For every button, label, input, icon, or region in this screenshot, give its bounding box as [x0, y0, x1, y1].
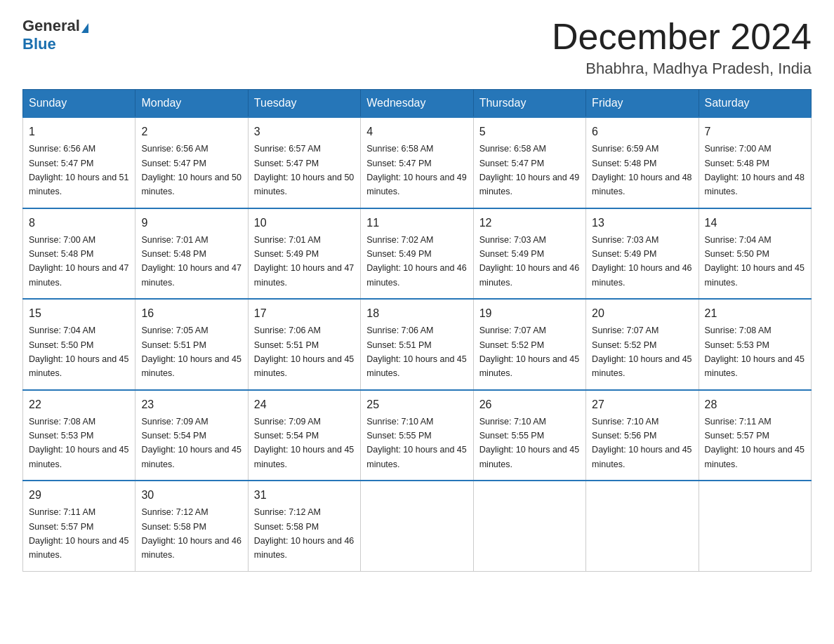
day-info: Sunrise: 6:59 AMSunset: 5:48 PMDaylight:… [592, 144, 691, 196]
calendar-body: 1Sunrise: 6:56 AMSunset: 5:47 PMDaylight… [23, 117, 812, 571]
calendar-title: December 2024 [552, 17, 812, 57]
logo-triangle-icon [81, 23, 88, 33]
day-info: Sunrise: 7:09 AMSunset: 5:54 PMDaylight:… [141, 417, 241, 469]
calendar-week-1: 1Sunrise: 6:56 AMSunset: 5:47 PMDaylight… [23, 117, 812, 208]
day-number: 4 [366, 123, 467, 140]
day-info: Sunrise: 7:09 AMSunset: 5:54 PMDaylight:… [254, 417, 354, 469]
day-number: 29 [29, 487, 129, 504]
calendar-cell [586, 481, 699, 571]
calendar-cell: 15Sunrise: 7:04 AMSunset: 5:50 PMDayligh… [23, 299, 135, 390]
day-info: Sunrise: 7:10 AMSunset: 5:55 PMDaylight:… [366, 417, 466, 469]
day-number: 27 [592, 396, 692, 413]
day-info: Sunrise: 7:03 AMSunset: 5:49 PMDaylight:… [592, 235, 691, 288]
day-number: 17 [254, 305, 355, 322]
day-info: Sunrise: 7:07 AMSunset: 5:52 PMDaylight:… [592, 326, 691, 378]
day-info: Sunrise: 7:11 AMSunset: 5:57 PMDaylight:… [29, 507, 128, 560]
day-number: 15 [29, 305, 129, 322]
calendar-cell [361, 481, 473, 571]
calendar-cell [699, 481, 811, 571]
day-number: 5 [479, 123, 580, 140]
calendar-cell: 24Sunrise: 7:09 AMSunset: 5:54 PMDayligh… [248, 390, 360, 481]
day-info: Sunrise: 7:06 AMSunset: 5:51 PMDaylight:… [366, 326, 466, 378]
calendar-cell: 31Sunrise: 7:12 AMSunset: 5:58 PMDayligh… [248, 481, 360, 571]
logo: General Blue [22, 17, 88, 53]
day-info: Sunrise: 7:07 AMSunset: 5:52 PMDaylight:… [479, 326, 579, 378]
calendar-cell: 11Sunrise: 7:02 AMSunset: 5:49 PMDayligh… [361, 208, 473, 300]
day-number: 14 [705, 215, 805, 232]
calendar-cell: 12Sunrise: 7:03 AMSunset: 5:49 PMDayligh… [473, 208, 585, 300]
day-number: 3 [254, 123, 355, 140]
calendar-header-monday: Monday [135, 90, 248, 118]
calendar-cell: 23Sunrise: 7:09 AMSunset: 5:54 PMDayligh… [135, 390, 248, 481]
day-info: Sunrise: 7:05 AMSunset: 5:51 PMDaylight:… [141, 326, 241, 378]
day-info: Sunrise: 6:56 AMSunset: 5:47 PMDaylight:… [29, 144, 128, 196]
day-number: 8 [29, 215, 129, 232]
day-number: 26 [479, 396, 580, 413]
header: General Blue December 2024 Bhabhra, Madh… [22, 17, 812, 78]
calendar-cell: 14Sunrise: 7:04 AMSunset: 5:50 PMDayligh… [699, 208, 811, 300]
calendar-header-row: SundayMondayTuesdayWednesdayThursdayFrid… [23, 90, 812, 118]
calendar-cell: 22Sunrise: 7:08 AMSunset: 5:53 PMDayligh… [23, 390, 135, 481]
logo-blue-text: Blue [22, 35, 56, 53]
calendar-cell: 8Sunrise: 7:00 AMSunset: 5:48 PMDaylight… [23, 208, 135, 300]
calendar-cell [473, 481, 585, 571]
calendar-week-3: 15Sunrise: 7:04 AMSunset: 5:50 PMDayligh… [23, 299, 812, 390]
calendar-cell: 21Sunrise: 7:08 AMSunset: 5:53 PMDayligh… [699, 299, 811, 390]
calendar-cell: 20Sunrise: 7:07 AMSunset: 5:52 PMDayligh… [586, 299, 699, 390]
calendar-cell: 9Sunrise: 7:01 AMSunset: 5:48 PMDaylight… [135, 208, 248, 300]
calendar-week-5: 29Sunrise: 7:11 AMSunset: 5:57 PMDayligh… [23, 481, 812, 571]
calendar-cell: 28Sunrise: 7:11 AMSunset: 5:57 PMDayligh… [699, 390, 811, 481]
day-number: 6 [592, 123, 692, 140]
day-info: Sunrise: 7:00 AMSunset: 5:48 PMDaylight:… [705, 144, 805, 196]
calendar-subtitle: Bhabhra, Madhya Pradesh, India [552, 60, 812, 78]
calendar-cell: 6Sunrise: 6:59 AMSunset: 5:48 PMDaylight… [586, 117, 699, 208]
day-info: Sunrise: 6:56 AMSunset: 5:47 PMDaylight:… [141, 144, 241, 196]
day-info: Sunrise: 6:58 AMSunset: 5:47 PMDaylight:… [479, 144, 579, 196]
day-number: 28 [705, 396, 805, 413]
calendar-header-tuesday: Tuesday [248, 90, 360, 118]
day-info: Sunrise: 6:58 AMSunset: 5:47 PMDaylight:… [366, 144, 466, 196]
title-area: December 2024 Bhabhra, Madhya Pradesh, I… [552, 17, 812, 78]
day-info: Sunrise: 7:02 AMSunset: 5:49 PMDaylight:… [366, 235, 466, 288]
day-info: Sunrise: 7:01 AMSunset: 5:48 PMDaylight:… [141, 235, 241, 288]
logo-general-text: General [22, 17, 80, 34]
day-number: 12 [479, 215, 580, 232]
day-number: 25 [366, 396, 467, 413]
calendar-cell: 16Sunrise: 7:05 AMSunset: 5:51 PMDayligh… [135, 299, 248, 390]
day-info: Sunrise: 7:08 AMSunset: 5:53 PMDaylight:… [705, 326, 805, 378]
day-number: 30 [141, 487, 241, 504]
day-number: 13 [592, 215, 692, 232]
day-info: Sunrise: 7:06 AMSunset: 5:51 PMDaylight:… [254, 326, 354, 378]
calendar-cell: 18Sunrise: 7:06 AMSunset: 5:51 PMDayligh… [361, 299, 473, 390]
day-number: 20 [592, 305, 692, 322]
day-info: Sunrise: 7:12 AMSunset: 5:58 PMDaylight:… [141, 507, 241, 560]
day-number: 10 [254, 215, 355, 232]
calendar-cell: 3Sunrise: 6:57 AMSunset: 5:47 PMDaylight… [248, 117, 360, 208]
day-info: Sunrise: 7:03 AMSunset: 5:49 PMDaylight:… [479, 235, 579, 288]
calendar-header-sunday: Sunday [23, 90, 135, 118]
day-info: Sunrise: 6:57 AMSunset: 5:47 PMDaylight:… [254, 144, 354, 196]
calendar-cell: 25Sunrise: 7:10 AMSunset: 5:55 PMDayligh… [361, 390, 473, 481]
day-number: 22 [29, 396, 129, 413]
day-number: 24 [254, 396, 355, 413]
calendar-cell: 5Sunrise: 6:58 AMSunset: 5:47 PMDaylight… [473, 117, 585, 208]
day-number: 23 [141, 396, 241, 413]
day-number: 9 [141, 215, 241, 232]
calendar-week-4: 22Sunrise: 7:08 AMSunset: 5:53 PMDayligh… [23, 390, 812, 481]
calendar-cell: 17Sunrise: 7:06 AMSunset: 5:51 PMDayligh… [248, 299, 360, 390]
calendar-cell: 30Sunrise: 7:12 AMSunset: 5:58 PMDayligh… [135, 481, 248, 571]
day-number: 2 [141, 123, 241, 140]
calendar-cell: 2Sunrise: 6:56 AMSunset: 5:47 PMDaylight… [135, 117, 248, 208]
day-number: 7 [705, 123, 805, 140]
day-info: Sunrise: 7:00 AMSunset: 5:48 PMDaylight:… [29, 235, 128, 288]
calendar-table: SundayMondayTuesdayWednesdayThursdayFrid… [22, 89, 812, 572]
day-info: Sunrise: 7:10 AMSunset: 5:55 PMDaylight:… [479, 417, 579, 469]
day-number: 16 [141, 305, 241, 322]
calendar-cell: 4Sunrise: 6:58 AMSunset: 5:47 PMDaylight… [361, 117, 473, 208]
day-info: Sunrise: 7:04 AMSunset: 5:50 PMDaylight:… [29, 326, 128, 378]
day-info: Sunrise: 7:11 AMSunset: 5:57 PMDaylight:… [705, 417, 805, 469]
day-info: Sunrise: 7:01 AMSunset: 5:49 PMDaylight:… [254, 235, 354, 288]
calendar-header-saturday: Saturday [699, 90, 811, 118]
calendar-cell: 26Sunrise: 7:10 AMSunset: 5:55 PMDayligh… [473, 390, 585, 481]
day-number: 11 [366, 215, 467, 232]
